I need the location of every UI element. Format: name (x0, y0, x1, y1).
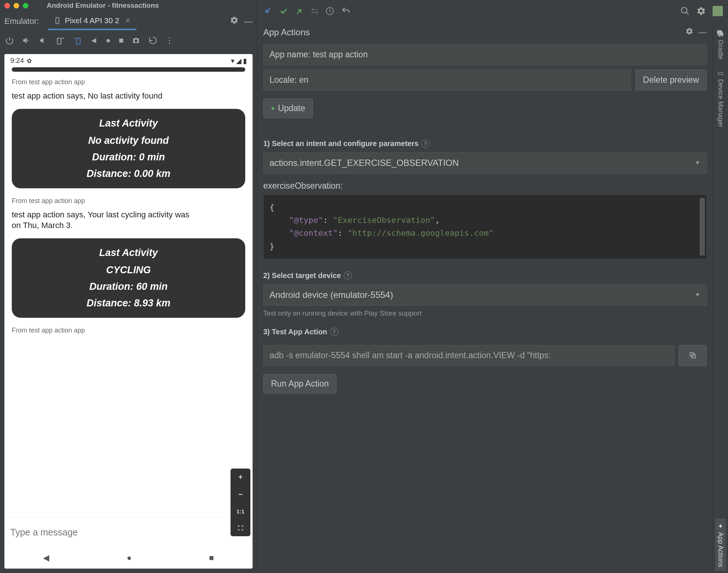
chat-message: test app action says, No last activity f… (12, 90, 245, 102)
step3-label: 3) Test App Action ? (263, 328, 707, 336)
minimize-window-button[interactable] (14, 3, 19, 8)
help-icon[interactable]: ? (344, 271, 352, 280)
overview-icon[interactable]: ■ (119, 36, 124, 45)
signal-icon: ◢ (236, 57, 242, 65)
panel-title: App Actions (263, 27, 310, 38)
zoom-fit-button[interactable]: ⛶ (231, 520, 250, 536)
zoom-in-button[interactable]: + (231, 469, 250, 486)
svg-point-1 (57, 22, 58, 23)
maximize-window-button[interactable] (23, 3, 28, 8)
message-input[interactable] (10, 527, 247, 538)
svg-rect-2 (57, 38, 61, 44)
adb-command-field[interactable]: adb -s emulator-5554 shell am start -a a… (263, 345, 674, 366)
svg-rect-3 (76, 38, 80, 44)
panel-minimize-icon[interactable]: — (699, 28, 707, 37)
device-select[interactable]: Android device (emulator-5554) ▼ (263, 284, 707, 306)
chat-message: test app action says, Your last cycling … (12, 209, 196, 231)
clock-icon[interactable] (325, 6, 335, 16)
rotate-right-icon[interactable] (73, 36, 82, 45)
volume-down-icon[interactable] (39, 36, 48, 45)
panel-settings-icon[interactable] (685, 27, 693, 38)
battery-icon: ▮ (243, 57, 247, 65)
check-icon[interactable] (279, 6, 288, 16)
gradle-icon: 🐘 (717, 29, 725, 38)
chevron-down-icon: ▼ (695, 292, 700, 298)
locale-field[interactable]: Locale: en (263, 70, 631, 90)
run-app-action-button[interactable]: Run App Action (263, 374, 336, 394)
app-actions-icon: ✦ (717, 522, 725, 530)
tab-gradle[interactable]: 🐘 Gradle (715, 26, 726, 63)
device-hint: Test only on running device with Play St… (263, 309, 707, 317)
param-label: exerciseObservation: (263, 181, 707, 191)
tab-device-manager[interactable]: ▭ Device Manager (715, 65, 726, 131)
status-settings-icon: ✿ (27, 57, 32, 64)
scrollbar[interactable] (700, 198, 705, 256)
avatar[interactable] (713, 6, 723, 16)
close-tab-icon[interactable]: ✕ (125, 17, 131, 25)
activity-card: Last Activity CYCLING Duration: 60 min D… (12, 238, 245, 318)
device-manager-icon: ▭ (717, 69, 725, 77)
undo-icon[interactable] (341, 6, 351, 16)
sync-disabled-icon[interactable]: ⇆ (311, 6, 318, 16)
nav-home-icon[interactable]: ● (127, 553, 132, 563)
rotate-left-icon[interactable] (56, 36, 65, 45)
arrow-in-icon[interactable] (263, 6, 272, 16)
emulator-titlebar: Android Emulator - fitnessactions (0, 0, 257, 11)
window-title: Android Emulator - fitnessactions (47, 1, 159, 10)
copy-button[interactable] (679, 345, 707, 366)
emulator-label: Emulator: (4, 17, 39, 26)
step1-label: 1) Select an intent and configure parame… (263, 139, 707, 148)
json-editor[interactable]: { "@type": "ExerciseObservation", "@cont… (263, 195, 707, 259)
app-name-field[interactable]: App name: test app action (263, 44, 707, 65)
status-time: 9:24 (10, 57, 24, 65)
nav-overview-icon[interactable]: ■ (209, 553, 214, 563)
from-label: From test app action app (12, 197, 245, 205)
check-circle-icon: ● (271, 104, 275, 112)
intent-select[interactable]: actions.intent.GET_EXERCISE_OBSERVATION … (263, 152, 707, 174)
arrow-out-icon[interactable] (295, 6, 304, 16)
emulator-settings-icon[interactable] (230, 16, 239, 27)
from-label: From test app action app (12, 78, 245, 86)
tab-app-actions[interactable]: ✦ App Actions (715, 519, 726, 571)
power-icon[interactable] (5, 36, 14, 45)
volume-up-icon[interactable] (22, 36, 31, 45)
step2-label: 2) Select target device ? (263, 271, 707, 280)
snapshot-icon[interactable] (149, 36, 157, 45)
activity-card: Last Activity No activity found Duration… (12, 109, 245, 188)
help-icon[interactable]: ? (330, 328, 338, 336)
from-label: From test app action app (12, 327, 245, 334)
nav-back-icon[interactable]: ◀ (43, 553, 49, 563)
minimize-panel-icon[interactable]: — (244, 16, 253, 26)
chevron-down-icon: ▼ (695, 160, 700, 166)
settings-icon[interactable] (696, 6, 706, 16)
wifi-icon: ▾ (231, 57, 235, 65)
camera-icon[interactable] (132, 36, 140, 45)
close-window-button[interactable] (4, 3, 10, 8)
help-icon[interactable]: ? (421, 140, 429, 148)
svg-point-5 (681, 7, 687, 13)
phone-screen: 9:24 ✿ ▾ ◢ ▮ From test app action app te… (4, 54, 253, 569)
home-icon[interactable]: ● (106, 36, 111, 45)
emulator-device-tab[interactable]: Pixel 4 API 30 2 ✕ (48, 13, 136, 30)
zoom-out-button[interactable]: − (231, 486, 250, 503)
back-icon[interactable]: ◄ (90, 36, 98, 45)
search-icon[interactable] (680, 6, 690, 16)
zoom-controls: + − 1:1 ⛶ (231, 469, 250, 536)
delete-preview-button[interactable]: Delete preview (635, 70, 707, 90)
update-button[interactable]: ● Update (263, 99, 313, 118)
zoom-ratio-button[interactable]: 1:1 (231, 503, 250, 520)
more-icon[interactable]: ⋮ (165, 36, 174, 45)
